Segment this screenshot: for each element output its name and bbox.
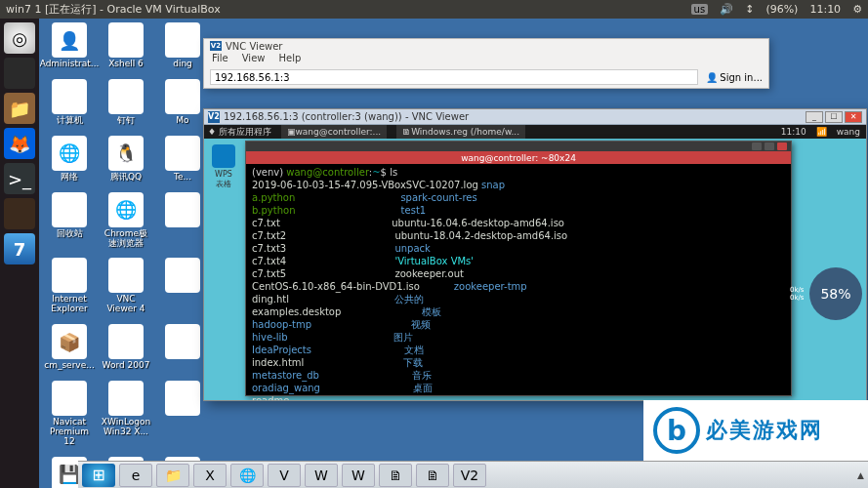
remote-network-icon[interactable]: 📶 — [816, 127, 827, 137]
desktop-icon[interactable]: ding — [158, 22, 207, 69]
desktop-icon[interactable]: 📦cm_serve... — [45, 324, 94, 371]
desktop-icon[interactable]: ⛁Navicat Premium 12 — [45, 381, 94, 447]
launcher-terminal[interactable]: >_ — [4, 163, 35, 194]
desktop-icon[interactable]: 🌐Chrome极速浏览器 — [102, 192, 150, 249]
window-title: win7 1 [正在运行] - Oracle VM VirtualBox — [6, 2, 691, 17]
remote-tab-terminal[interactable]: ▣ wang@controller:... — [281, 125, 387, 139]
desktop-icon[interactable]: XXshell 6 — [102, 22, 150, 69]
battery-text[interactable]: (96%) — [765, 3, 798, 16]
desktop-icon-label: 网络 — [61, 173, 78, 183]
net-speed: 0k/s 0k/s — [790, 286, 805, 302]
desktop-icon-glyph — [165, 192, 200, 227]
network-icon[interactable]: ↕ — [745, 3, 754, 16]
remote-clock[interactable]: 11:10 — [781, 127, 806, 137]
desktop-icon[interactable] — [158, 324, 207, 371]
desktop-icon-glyph: 📦 — [52, 324, 87, 359]
remote-desktop-icon-wps[interactable]: WPS 表格 — [210, 144, 237, 189]
launcher-firefox[interactable]: 🦊 — [4, 128, 35, 159]
taskbar-item[interactable]: 🗎 — [416, 464, 449, 487]
desktop-icon[interactable]: Te... — [158, 136, 207, 183]
desktop-icon-label: cm_serve... — [44, 361, 95, 371]
gear-icon[interactable]: ⚙ — [852, 3, 862, 16]
desktop-icon[interactable]: eInternet Explorer — [45, 258, 94, 314]
desktop-icon-glyph: 🐧 — [108, 136, 144, 171]
desktop-icon[interactable]: 🖥计算机 — [45, 79, 94, 126]
desktop-icon[interactable]: ⊟钉钉 — [102, 79, 150, 126]
term-maximize-button[interactable] — [765, 142, 774, 150]
desktop-icon[interactable]: 🌐网络 — [45, 136, 94, 183]
desktop-icon-label: Xshell 6 — [108, 60, 144, 69]
close-button[interactable]: ✕ — [845, 111, 862, 123]
watermark-logo: b 必美游戏网 — [643, 400, 868, 461]
terminal-output[interactable]: (venv) wang@controller:~$ ls 2019-06-10-… — [246, 164, 791, 400]
taskbar-item[interactable]: V — [268, 464, 301, 487]
taskbar-item[interactable]: W — [342, 464, 375, 487]
taskbar-item[interactable]: V2 — [453, 464, 486, 487]
desktop-icon-glyph: W — [108, 324, 144, 359]
desktop-icon[interactable]: Mo — [158, 79, 207, 126]
taskbar-item[interactable]: 🗎 — [379, 464, 412, 487]
unity-launcher: ◎ 📁 🦊 >_ 7 — [0, 19, 39, 488]
desktop-icon[interactable]: XXWinLogon Win32 X... — [102, 381, 150, 447]
maximize-button[interactable]: ☐ — [825, 111, 843, 123]
desktop-icon-glyph — [165, 79, 200, 114]
menu-help[interactable]: Help — [278, 53, 301, 67]
desktop-icon[interactable]: 👤Administrat... — [45, 22, 94, 69]
launcher-files[interactable]: 📁 — [4, 93, 35, 124]
desktop-icon-glyph: V — [108, 258, 144, 293]
desktop-icon-glyph: ⛁ — [52, 381, 87, 416]
gnome-terminal-window[interactable]: wang@controller: ~80x24 (venv) wang@cont… — [245, 141, 792, 396]
taskbar-item[interactable]: 🌐 — [230, 464, 264, 487]
desktop-icon-glyph — [165, 22, 200, 58]
desktop-icon-label: Word 2007 — [103, 361, 150, 371]
minimize-button[interactable]: _ — [806, 111, 823, 123]
systray-arrow-icon[interactable]: ▲ — [857, 470, 864, 480]
desktop-icon[interactable]: WWord 2007 — [102, 324, 150, 371]
desktop-icon-glyph: X — [108, 22, 144, 58]
desktop-icon[interactable]: 🐧腾讯QQ — [102, 136, 150, 183]
taskbar-item[interactable]: 📁 — [156, 464, 189, 487]
keyboard-indicator[interactable]: us — [691, 4, 709, 15]
desktop-icon-label: Chrome极速浏览器 — [102, 229, 150, 249]
desktop-icon-glyph: e — [52, 258, 87, 293]
remote-user[interactable]: wang — [837, 127, 860, 137]
vnc-logo-icon: V2 — [210, 41, 222, 51]
signin-button[interactable]: 👤 Sign in... — [706, 72, 763, 83]
start-button[interactable]: ⊞ — [82, 464, 115, 487]
taskbar-item[interactable]: W — [305, 464, 338, 487]
clock[interactable]: 11:10 — [809, 3, 841, 16]
vnc-addr-title: VNC Viewer — [226, 41, 282, 52]
vnc-address-input[interactable] — [210, 69, 698, 85]
term-close-button[interactable] — [777, 142, 787, 150]
desktop-icon-glyph: X — [108, 381, 144, 416]
launcher-system-monitor[interactable] — [4, 58, 35, 89]
desktop-icon-glyph: 🗑 — [52, 192, 87, 227]
taskbar-item[interactable]: X — [193, 464, 227, 487]
top-panel-tray: us 🔊 ↕ (96%) 11:10 ⚙ — [691, 3, 862, 16]
launcher-virtualbox-win7[interactable]: 7 — [4, 233, 35, 264]
desktop-icon[interactable] — [158, 258, 207, 314]
desktop-icon[interactable]: 🗑回收站 — [45, 192, 94, 249]
launcher-archive[interactable] — [4, 198, 35, 229]
taskbar-item[interactable]: e — [119, 464, 152, 487]
desktop-icon[interactable] — [158, 192, 207, 249]
menu-view[interactable]: View — [242, 53, 266, 67]
desktop-icon[interactable] — [158, 381, 207, 447]
windows-taskbar[interactable]: ⊞ e📁X🌐VWW🗎🗎V2 ▲ — [78, 461, 868, 488]
vnc-session-window[interactable]: V2 192.168.56.1:3 (controller:3 (wang)) … — [203, 108, 867, 401]
volume-icon[interactable]: 🔊 — [720, 3, 733, 16]
desktop-icon-glyph: ⊟ — [108, 79, 144, 114]
performance-widget[interactable]: 0k/s 0k/s 58% — [809, 267, 862, 320]
remote-tab-editor[interactable]: 🗎 Windows.reg (/home/w... — [396, 125, 525, 139]
desktop-icon[interactable]: VVNC Viewer 4 — [102, 258, 150, 314]
desktop-icon-glyph — [165, 324, 200, 359]
launcher-dash[interactable]: ◎ — [4, 22, 35, 54]
remote-apps-menu[interactable]: ♦ 所有应用程序 — [208, 126, 271, 139]
menu-file[interactable]: File — [212, 53, 228, 67]
desktop-icon-label: 回收站 — [57, 229, 83, 239]
vnc-viewer-address-window[interactable]: V2 VNC Viewer File View Help 👤 Sign in..… — [203, 38, 769, 89]
term-minimize-button[interactable] — [752, 142, 762, 150]
windows-desktop[interactable]: 👤Administrat...XXshell 6ding🖥计算机⊟钉钉Mo🌐网络… — [39, 19, 868, 488]
remote-desktop[interactable]: ♦ 所有应用程序 ▣ wang@controller:... 🗎 Windows… — [204, 125, 866, 400]
ubuntu-top-panel: win7 1 [正在运行] - Oracle VM VirtualBox us … — [0, 0, 868, 19]
